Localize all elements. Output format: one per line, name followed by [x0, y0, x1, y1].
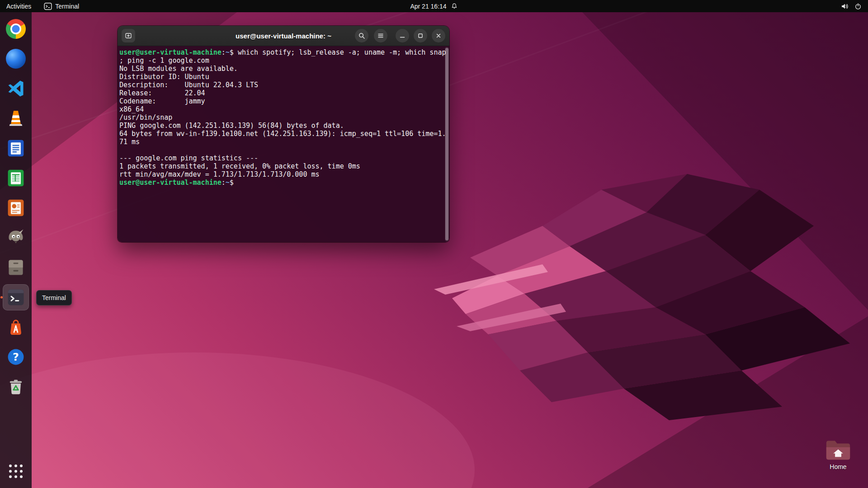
terminal-scrollbar[interactable]	[445, 47, 449, 241]
search-button[interactable]	[355, 29, 368, 42]
terminal-line: 71 ms	[119, 138, 443, 146]
dock-item-libreoffice-calc[interactable]	[3, 165, 29, 191]
window-title: user@user-virtual-machine: ~	[236, 32, 331, 40]
close-button[interactable]	[432, 29, 445, 42]
terminal-line: user@user-virtual-machine:~$ which spoti…	[119, 48, 443, 56]
terminal-line: --- google.com ping statistics ---	[119, 154, 443, 162]
firefox-icon	[6, 49, 26, 69]
terminal-line: ; ping -c 1 google.com	[119, 56, 443, 65]
terminal-line: Release: 22.04	[119, 89, 443, 97]
system-status-area[interactable]	[835, 0, 868, 12]
dock-item-vscode[interactable]	[3, 75, 29, 102]
terminal-line: Distributor ID: Ubuntu	[119, 73, 443, 81]
new-tab-button[interactable]	[122, 29, 135, 42]
terminal-line: No LSB modules are available.	[119, 65, 443, 73]
home-folder-icon	[825, 439, 851, 462]
svg-text:?: ?	[13, 351, 19, 363]
dock-item-ubuntu-software[interactable]	[3, 314, 29, 340]
ubuntu-software-icon	[6, 317, 26, 337]
dock-item-trash[interactable]	[3, 374, 29, 400]
hamburger-menu-icon	[377, 32, 384, 39]
maximize-button[interactable]	[414, 29, 427, 42]
focused-app-indicator[interactable]: Terminal	[38, 0, 85, 12]
new-tab-icon	[125, 32, 132, 39]
terminal-app-icon	[44, 2, 52, 10]
terminal-window: user@user-virtual-machine: ~	[118, 26, 449, 242]
minimize-icon	[399, 32, 406, 39]
dock-item-vlc[interactable]	[3, 105, 29, 131]
maximize-icon	[417, 32, 424, 39]
activities-button[interactable]: Activities	[0, 0, 38, 12]
files-icon	[6, 258, 26, 277]
notification-bell-icon	[451, 3, 458, 9]
vscode-icon	[6, 79, 26, 99]
terminal-output: user@user-virtual-machine:~$ which spoti…	[119, 48, 443, 187]
chrome-icon	[6, 19, 26, 39]
dock-show-apps[interactable]	[5, 460, 27, 483]
dock-item-libreoffice-writer[interactable]	[3, 135, 29, 161]
terminal-line: 1 packets transmitted, 1 received, 0% pa…	[119, 162, 443, 170]
desktop: Activities Terminal Apr 21 16:14	[0, 0, 868, 488]
terminal-line: x86_64	[119, 105, 443, 113]
clock-button[interactable]: Apr 21 16:14	[404, 0, 464, 12]
desktop-home-folder[interactable]: Home	[822, 439, 854, 470]
dock-item-help[interactable]: ?	[3, 344, 29, 370]
libreoffice-calc-icon	[6, 168, 26, 188]
dock-item-gimp[interactable]	[3, 225, 29, 251]
gimp-icon	[6, 228, 26, 248]
terminal-line: Codename: jammy	[119, 97, 443, 105]
vlc-icon	[6, 108, 26, 128]
scrollbar-handle[interactable]	[445, 48, 448, 240]
search-icon	[358, 32, 365, 39]
top-bar: Activities Terminal Apr 21 16:14	[0, 0, 868, 12]
volume-icon	[841, 3, 849, 10]
dock-item-chrome[interactable]	[3, 16, 29, 42]
dock-tooltip: Terminal	[36, 290, 72, 305]
terminal-line: rtt min/avg/max/mdev = 1.713/1.713/1.713…	[119, 170, 443, 178]
help-icon: ?	[6, 347, 26, 367]
trash-icon	[6, 377, 26, 397]
dock: ?	[0, 12, 32, 488]
home-folder-label: Home	[830, 463, 846, 470]
show-apps-icon	[9, 465, 23, 478]
power-icon	[854, 3, 862, 10]
libreoffice-writer-icon	[6, 138, 26, 158]
clock-label: Apr 21 16:14	[410, 3, 446, 10]
dock-item-terminal[interactable]	[3, 284, 29, 310]
terminal-body[interactable]: user@user-virtual-machine:~$ which spoti…	[118, 46, 449, 242]
terminal-line: 64 bytes from wv-in-f139.1e100.net (142.…	[119, 130, 443, 138]
dock-item-files[interactable]	[3, 254, 29, 281]
minimize-button[interactable]	[396, 29, 409, 42]
terminal-line: PING google.com (142.251.163.139) 56(84)…	[119, 122, 443, 130]
dock-item-libreoffice-impress[interactable]	[3, 195, 29, 221]
close-icon	[435, 32, 442, 39]
terminal-line: /usr/bin/snap	[119, 113, 443, 122]
menu-button[interactable]	[374, 29, 387, 42]
dock-item-firefox[interactable]	[3, 46, 29, 72]
terminal-icon	[6, 287, 26, 307]
terminal-line: Description: Ubuntu 22.04.3 LTS	[119, 81, 443, 89]
libreoffice-impress-icon	[6, 198, 26, 218]
terminal-line: user@user-virtual-machine:~$	[119, 178, 443, 187]
terminal-titlebar[interactable]: user@user-virtual-machine: ~	[118, 26, 449, 46]
focused-app-label: Terminal	[55, 3, 79, 10]
terminal-line	[119, 146, 443, 154]
